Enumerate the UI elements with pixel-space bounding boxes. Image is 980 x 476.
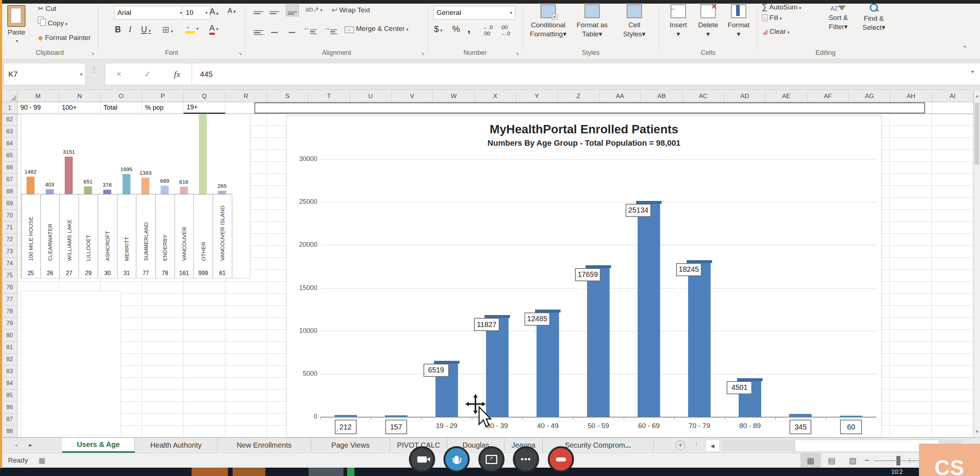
copy-button[interactable]: Copy▾ (38, 17, 68, 27)
format-cells-button[interactable]: Format▾ (724, 4, 753, 38)
call-more-button[interactable]: ••• (513, 446, 539, 472)
row-header-62[interactable]: 62 (2, 114, 18, 126)
fill-color-button[interactable]: ◔▾ (185, 24, 199, 33)
column-header-AD[interactable]: AD (724, 90, 765, 102)
font-size-combo[interactable]: 10▾ (183, 6, 211, 20)
tab-nav-left-icon[interactable]: ◂ (14, 441, 18, 448)
column-header-V[interactable]: V (391, 90, 433, 102)
taskbar-app-icon[interactable] (192, 468, 228, 476)
decrease-decimal-button[interactable]: .00 →.0 (500, 24, 511, 36)
italic-button[interactable]: I (129, 25, 132, 34)
clear-button[interactable]: ◢ Clear▾ (762, 27, 789, 36)
age-group-bar-chart[interactable]: MyHealthPortal Enrolled PatientsNumbers … (286, 116, 881, 438)
cell-M1[interactable]: 90 - 99 (18, 102, 59, 114)
insert-cells-button[interactable]: ← Insert▾ (665, 4, 692, 38)
row-header-78[interactable]: 78 (2, 306, 18, 317)
vertical-scroll-thumb[interactable] (975, 103, 979, 165)
sheet-tab-new-enrollments[interactable]: New Enrollments (217, 438, 311, 453)
orientation-button[interactable]: ab↗▾ (305, 5, 323, 13)
row-header-83[interactable]: 83 (2, 365, 18, 378)
clipboard-dialog-launcher[interactable]: ↘ (91, 51, 94, 56)
underline-button[interactable]: U▾ (141, 25, 151, 35)
align-left-button[interactable] (254, 25, 263, 35)
name-box-dropdown-icon[interactable]: ▾ (80, 71, 83, 77)
align-center-button[interactable] (270, 25, 279, 35)
view-normal-button[interactable]: ▦ (800, 453, 821, 468)
row-header-70[interactable]: 70 (2, 209, 18, 222)
row-header-76[interactable]: 76 (2, 282, 18, 294)
bottom-align-button[interactable] (286, 4, 299, 16)
row-header-77[interactable]: 77 (2, 294, 18, 306)
name-box[interactable]: K7▾ (4, 63, 86, 86)
font-family-combo[interactable]: Arial▾ (114, 6, 185, 20)
grow-font-button[interactable]: A▲ (209, 6, 220, 17)
paste-button[interactable]: Paste▾ (7, 5, 25, 44)
row-header-74[interactable]: 74 (2, 258, 18, 270)
row-header-88[interactable]: 88 (2, 425, 18, 438)
select-all-corner[interactable] (2, 90, 18, 102)
row-header-86[interactable]: 86 (2, 401, 18, 414)
row-header-80[interactable]: 80 (2, 330, 18, 341)
column-header-Y[interactable]: Y (516, 90, 558, 102)
row-header-72[interactable]: 72 (2, 234, 18, 246)
column-header-T[interactable]: T (308, 90, 350, 102)
view-page-layout-button[interactable]: ▤ (821, 453, 842, 468)
enter-button[interactable]: ✓ (144, 69, 151, 79)
delete-cells-button[interactable]: ✕ Delete▾ (694, 4, 722, 38)
shrink-font-button[interactable]: A▼ (228, 6, 237, 15)
macro-record-icon[interactable]: ▦ (38, 456, 45, 465)
cell-O1[interactable]: Total (101, 102, 142, 114)
column-header-Q[interactable]: Q (184, 90, 225, 102)
column-header-AG[interactable]: AG (849, 90, 890, 102)
row-header-64[interactable]: 64 (2, 138, 18, 150)
column-header-AH[interactable]: AH (890, 90, 932, 102)
currency-button[interactable]: $▾ (434, 24, 442, 34)
row-header-69[interactable]: 69 (2, 198, 18, 209)
column-header-Z[interactable]: Z (558, 90, 600, 102)
row-header-1[interactable]: 1 (2, 102, 18, 114)
sort-filter-button[interactable]: AZ Sort &Filter▾ (821, 4, 855, 31)
collapse-ribbon-button[interactable]: ⌃ (962, 44, 968, 53)
bold-button[interactable]: B (115, 25, 121, 35)
column-header-O[interactable]: O (101, 90, 142, 102)
row-header-65[interactable]: 65 (2, 150, 18, 162)
number-dialog-launcher[interactable]: ↘ (515, 51, 519, 56)
row-header-81[interactable]: 81 (2, 341, 18, 354)
tab-nav-right-icon[interactable]: ▸ (29, 441, 32, 448)
row-header-68[interactable]: 68 (2, 186, 18, 198)
comma-button[interactable]: , (468, 22, 470, 35)
taskbar-app-icon[interactable] (347, 468, 355, 476)
sheet-tab-health-authority[interactable]: Health Authority (135, 438, 217, 453)
format-painter-button[interactable]: ◆ Format Painter (38, 33, 91, 42)
zoom-out-button[interactable]: − (864, 455, 870, 465)
formula-input[interactable]: 445 (192, 63, 980, 86)
row-header-87[interactable]: 87 (2, 414, 18, 425)
row-header-82[interactable]: 82 (2, 354, 18, 365)
formula-bar-splitter[interactable]: ⋮ (90, 67, 97, 71)
column-header-M[interactable]: M (18, 90, 59, 102)
row-header-84[interactable]: 84 (2, 378, 18, 390)
cut-button[interactable]: ✂ Cut (38, 4, 56, 13)
taskbar-app-icon[interactable] (233, 468, 266, 476)
column-header-R[interactable]: R (225, 90, 267, 102)
percent-button[interactable]: % (452, 24, 460, 34)
number-format-combo[interactable]: General▾ (433, 6, 515, 20)
sheet-tab-page-views[interactable]: Page Views (311, 438, 390, 453)
row-header-75[interactable]: 75 (2, 270, 18, 282)
middle-align-button[interactable] (270, 6, 279, 14)
row-header-79[interactable]: 79 (2, 317, 18, 330)
row-header-85[interactable]: 85 (2, 390, 18, 401)
column-header-AI[interactable]: AI (932, 90, 974, 102)
call-share-screen-button[interactable] (478, 446, 504, 472)
scroll-up-icon[interactable]: ▲ (974, 91, 980, 101)
row-header-71[interactable]: 71 (2, 222, 18, 234)
conditional-formatting-button[interactable]: ≠ ConditionalFormatting▾ (527, 4, 570, 38)
increase-indent-button[interactable]: → (323, 24, 337, 34)
align-right-button[interactable] (286, 25, 295, 35)
cell-P1[interactable]: % pop (142, 102, 184, 114)
font-dialog-launcher[interactable]: ↘ (238, 51, 242, 56)
cell-styles-button[interactable]: CellStyles▾ (614, 4, 654, 38)
column-header-AB[interactable]: AB (641, 90, 682, 102)
cell-AI1[interactable] (932, 102, 974, 114)
call-end-call-button[interactable] (548, 446, 574, 472)
